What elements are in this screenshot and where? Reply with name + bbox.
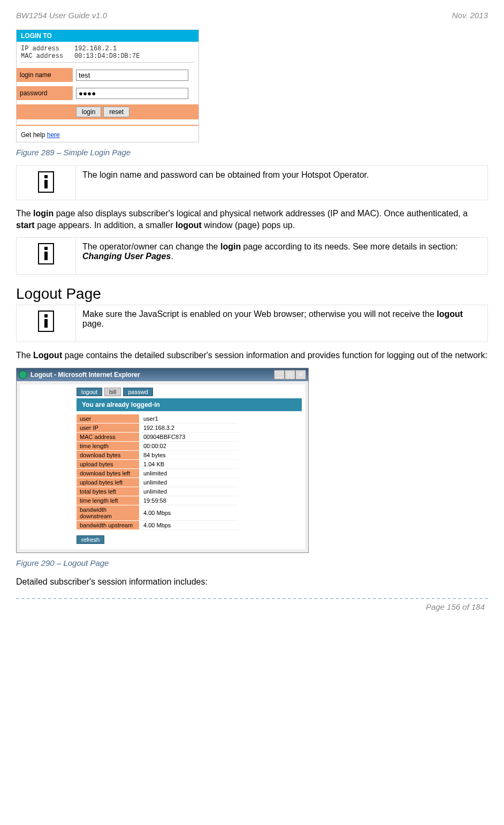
info-box-1: The login name and password can be obtai… — [16, 165, 488, 200]
ip-label: IP address — [21, 45, 74, 52]
header-right: Nov. 2013 — [452, 11, 488, 20]
table-row: total bytes leftunlimited — [77, 487, 239, 496]
session-label: time length — [77, 441, 139, 450]
table-row: bandwidth downstream4.00 Mbps — [77, 505, 239, 520]
running-header: BW1254 User Guide v1.0 Nov. 2013 — [16, 11, 488, 20]
password-row: password — [17, 86, 198, 100]
table-row: download bytes leftunlimited — [77, 468, 239, 478]
session-table: useruser1user IP192.168.3.2MAC address00… — [77, 414, 239, 530]
p1-e: page appears. In addition, a smaller — [35, 221, 175, 230]
session-value: unlimited — [139, 478, 239, 487]
close-button[interactable]: × — [295, 370, 306, 380]
closing-paragraph: Detailed subscriber's session informatio… — [16, 576, 488, 588]
ie-window-title: Logout - Microsoft Internet Explorer — [30, 371, 140, 379]
session-value: 4.00 Mbps — [139, 520, 239, 529]
paragraph-login-page: The login page also displays subscriber'… — [16, 208, 488, 231]
session-value: 00:00:02 — [139, 441, 239, 450]
ib2-e: . — [171, 252, 173, 261]
ip-value: 192.168.2.1 — [74, 45, 117, 52]
tab-logout[interactable]: logout — [77, 388, 102, 396]
login-screenshot: LOGIN TO IP address 192.168.2.1 MAC addr… — [16, 29, 199, 142]
session-value: unlimited — [139, 487, 239, 496]
session-label: user — [77, 414, 139, 423]
info-icon — [38, 243, 54, 264]
logout-screenshot: Logout - Microsoft Internet Explorer _ □… — [16, 368, 309, 553]
tab-passwd[interactable]: passwd — [123, 388, 152, 396]
login-name-row: login name — [17, 68, 198, 82]
table-row: upload bytes1.04 KB — [77, 459, 239, 468]
tab-row: logout bill passwd — [77, 388, 302, 396]
session-value: user1 — [139, 414, 239, 423]
table-row: useruser1 — [77, 414, 239, 423]
login-name-label: login name — [17, 68, 73, 82]
logged-in-bar: You are already logged-in — [77, 398, 302, 411]
p1-a: The — [16, 209, 33, 218]
table-row: user IP192.168.3.2 — [77, 423, 239, 432]
session-label: user IP — [77, 423, 139, 432]
button-row: login reset — [17, 104, 198, 119]
get-help-row: Get help here — [17, 125, 198, 142]
session-value: 1.04 KB — [139, 459, 239, 468]
session-label: bandwidth upstream — [77, 520, 139, 529]
p2-b: Logout — [33, 351, 62, 360]
help-prefix: Get help — [21, 131, 47, 139]
page-number: Page 156 of 184 — [16, 602, 488, 615]
ib3-c: page. — [82, 319, 104, 328]
p1-b: login — [33, 209, 54, 218]
ib2-b: login — [220, 242, 241, 251]
table-row: download bytes84 bytes — [77, 450, 239, 459]
session-value: 192.168.3.2 — [139, 423, 239, 432]
table-row: time length left19:59:58 — [77, 496, 239, 505]
page-container: BW1254 User Guide v1.0 Nov. 2013 LOGIN T… — [0, 0, 504, 620]
info-box-2: The operator/owner can change the login … — [16, 237, 488, 275]
maximize-button[interactable]: □ — [285, 370, 295, 380]
table-row: upload bytes leftunlimited — [77, 478, 239, 487]
login-name-input[interactable] — [76, 70, 188, 81]
password-input[interactable] — [76, 88, 188, 99]
tab-bill[interactable]: bill — [104, 388, 121, 396]
minimize-button[interactable]: _ — [274, 370, 285, 380]
p1-c: page also displays subscriber's logical … — [54, 209, 468, 218]
session-label: bandwidth downstream — [77, 505, 139, 520]
mac-value: 00:13:D4:D8:DB:7E — [74, 52, 140, 60]
info-box-2-text: The operator/owner can change the login … — [76, 238, 488, 275]
divider — [21, 62, 194, 63]
info-box-3-text: Make sure the JavaScript is enabled on y… — [76, 305, 488, 342]
info-icon — [38, 171, 54, 193]
footer-divider — [16, 598, 488, 599]
p2-c: page contains the detailed subscriber's … — [62, 351, 487, 360]
session-label: total bytes left — [77, 487, 139, 496]
ie-globe-icon — [19, 370, 27, 379]
session-value: 19:59:58 — [139, 496, 239, 505]
ib2-d: Changing User Pages — [82, 252, 171, 261]
info-box-3: Make sure the JavaScript is enabled on y… — [16, 305, 488, 342]
login-button[interactable]: login — [76, 107, 101, 117]
refresh-button[interactable]: refresh — [77, 535, 104, 544]
ie-title-bar: Logout - Microsoft Internet Explorer _ □… — [17, 368, 308, 381]
session-label: MAC address — [77, 432, 139, 441]
figure-290-caption: Figure 290 – Logout Page — [16, 558, 488, 567]
figure-289-caption: Figure 289 – Simple Login Page — [16, 148, 488, 157]
info-icon — [38, 311, 54, 332]
password-label: password — [17, 86, 73, 100]
ib2-a: The operator/owner can change the — [82, 242, 220, 251]
button-row-spacer — [17, 104, 73, 119]
session-value: 84 bytes — [139, 450, 239, 459]
address-block: IP address 192.168.2.1 MAC address 00:13… — [17, 42, 198, 64]
session-label: download bytes — [77, 450, 139, 459]
p2-a: The — [16, 351, 33, 360]
session-label: upload bytes left — [77, 478, 139, 487]
session-label: download bytes left — [77, 468, 139, 478]
ib2-c: page according to its needs. See more de… — [241, 242, 458, 251]
info-box-1-text: The login name and password can be obtai… — [76, 166, 488, 200]
reset-button[interactable]: reset — [103, 107, 129, 117]
session-value: unlimited — [139, 468, 239, 478]
ib3-a: Make sure the JavaScript is enabled on y… — [82, 309, 437, 319]
logout-body: logout bill passwd You are already logge… — [20, 384, 305, 549]
table-row: bandwidth upstream4.00 Mbps — [77, 520, 239, 529]
session-value: 4.00 Mbps — [139, 505, 239, 520]
help-link[interactable]: here — [47, 131, 60, 139]
table-row: MAC address00904BBFC873 — [77, 432, 239, 441]
p1-d: start — [16, 221, 35, 230]
window-buttons: _ □ × — [274, 370, 306, 380]
